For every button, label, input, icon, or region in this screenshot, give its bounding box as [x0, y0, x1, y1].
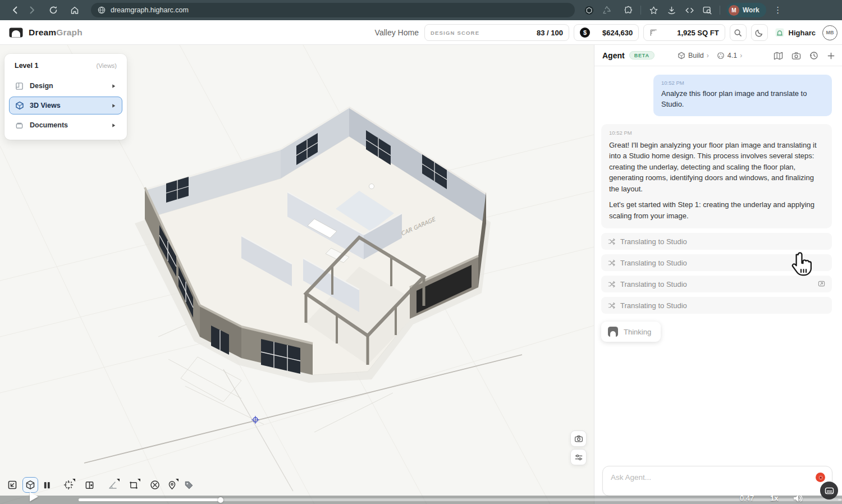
search-button[interactable]	[730, 24, 747, 41]
history-icon[interactable]	[809, 51, 818, 60]
tab-search-icon[interactable]	[699, 2, 716, 18]
video-progress-bar[interactable]	[79, 498, 842, 501]
build-mode-selector[interactable]: Build ›	[678, 52, 709, 59]
pin-button[interactable]	[164, 477, 180, 493]
chevron-right-icon[interactable]	[111, 103, 116, 108]
design-icon	[15, 81, 24, 90]
task-translating-3[interactable]: Translating to Studio	[601, 276, 832, 292]
profile-avatar: M	[729, 5, 739, 16]
volume-icon[interactable]	[793, 493, 804, 503]
bookmark-star-icon[interactable]	[645, 2, 662, 18]
3d-viewport[interactable]: CAR GARAGE Level 1 (Views) Design 3D Vie…	[0, 45, 594, 504]
documents-icon	[15, 121, 24, 130]
org-chip[interactable]: Higharc	[772, 28, 818, 38]
map-icon[interactable]	[774, 52, 783, 60]
org-name: Higharc	[789, 29, 816, 37]
tool-caret	[72, 479, 75, 482]
open-panel-icon[interactable]	[818, 280, 825, 287]
sidebar-item-3d-views[interactable]: 3D Views	[9, 97, 122, 114]
ruler-icon	[649, 29, 658, 37]
area-pill[interactable]: 1,925 SQ FT	[643, 24, 725, 41]
theme-toggle-button[interactable]	[751, 24, 768, 41]
new-chat-plus-icon[interactable]	[827, 52, 835, 60]
plan-view-button[interactable]	[4, 477, 20, 493]
playback-speed[interactable]: 1x	[770, 494, 778, 502]
disable-snap-button[interactable]	[147, 477, 163, 493]
thinking-indicator: Thinking	[601, 322, 661, 342]
extension-recycle-icon[interactable]	[598, 2, 615, 18]
logo-text-bold: Dream	[29, 28, 56, 37]
divider	[640, 6, 641, 15]
video-progress-handle[interactable]	[218, 497, 223, 503]
user-avatar[interactable]: MB	[822, 25, 838, 40]
agent-title: Agent	[602, 51, 625, 60]
user-message-bubble: 10:52 PM Analyze this floor plan image a…	[653, 75, 832, 116]
play-button[interactable]	[27, 490, 40, 503]
view-settings-button[interactable]	[570, 449, 587, 465]
task-translating-2[interactable]: Translating to Studio	[601, 254, 832, 271]
extension-shield-icon[interactable]	[580, 2, 597, 18]
sidebar-item-design[interactable]: Design	[9, 77, 122, 95]
player-settings-icon[interactable]: – –	[838, 497, 842, 504]
agent-panel: Agent BETA Build › 4.1 ›	[594, 45, 842, 504]
play-icon	[27, 490, 40, 503]
reload-icon[interactable]	[45, 2, 62, 18]
browser-menu-icon[interactable]: ⋮	[770, 2, 786, 18]
app-logo[interactable]: DreamGraph	[9, 20, 83, 45]
back-icon[interactable]	[7, 2, 24, 18]
build-mode-label: Build	[688, 52, 704, 59]
arch-logo-icon	[607, 326, 619, 337]
chevron-right-icon[interactable]	[111, 84, 116, 89]
home-icon[interactable]	[66, 2, 83, 18]
level-title: Level 1	[15, 62, 38, 70]
chat-scroll-area[interactable]: 10:52 PM Analyze this floor plan image a…	[594, 67, 842, 460]
tag-icon	[184, 480, 194, 490]
camera-icon[interactable]	[791, 52, 801, 60]
dev-code-icon[interactable]	[681, 2, 698, 18]
section-button[interactable]	[39, 477, 54, 493]
address-bar[interactable]: dreamgraph.higharc.com	[91, 3, 575, 17]
browser-toolbar: dreamgraph.higharc.com M Work ⋮	[0, 0, 842, 20]
tool-caret	[138, 479, 140, 482]
chevron-right-icon[interactable]	[111, 123, 116, 128]
message-timestamp: 10:52 PM	[609, 130, 824, 136]
org-icon	[775, 28, 785, 38]
model-version-selector[interactable]: 4.1 ›	[717, 52, 742, 59]
video-progress-fill	[79, 498, 221, 501]
chevron-icon: ›	[707, 52, 709, 59]
task-translating-4[interactable]: Translating to Studio	[601, 297, 832, 314]
site-info-icon[interactable]	[98, 6, 106, 14]
design-score-value: 83 / 100	[537, 29, 563, 37]
agent-message-paragraph: Great! I'll begin analyzing your floor p…	[609, 140, 824, 195]
area-measure-button[interactable]	[126, 477, 141, 493]
views-context-label: (Views)	[97, 62, 117, 69]
sidebar-item-documents[interactable]: Documents	[9, 116, 122, 134]
agent-message-bubble: 10:52 PM Great! I'll begin analyzing you…	[601, 124, 832, 229]
forward-icon[interactable]	[24, 2, 40, 18]
agent-header: Agent BETA Build › 4.1 ›	[594, 45, 842, 66]
agent-input-box[interactable]	[602, 466, 832, 496]
agent-message-paragraph: Let's get started with Step 1: creating …	[609, 199, 824, 221]
video-time: 0:47	[740, 494, 754, 502]
captions-icon	[825, 487, 834, 495]
screenshot-button[interactable]	[570, 430, 587, 447]
transform-button[interactable]	[61, 477, 76, 493]
live-captions-button[interactable]	[820, 482, 838, 500]
area-rect-icon	[129, 480, 139, 490]
browser-profile-chip[interactable]: M Work	[726, 3, 766, 17]
stop-recording-button[interactable]	[816, 473, 825, 482]
viewport-toolbar	[0, 477, 594, 495]
agent-input[interactable]	[611, 471, 796, 483]
tag-button[interactable]	[181, 477, 196, 493]
downloads-icon[interactable]	[663, 2, 680, 18]
design-score-pill[interactable]: DESIGN SCORE 83 / 100	[424, 24, 569, 41]
price-value: $624,630	[602, 29, 633, 37]
translate-shuffle-icon	[608, 259, 615, 267]
extensions-puzzle-icon[interactable]	[620, 2, 637, 18]
angle-measure-button[interactable]	[105, 477, 121, 493]
task-translating-1[interactable]: Translating to Studio	[601, 233, 832, 250]
build-cube-icon	[678, 52, 685, 59]
price-pill[interactable]: $ $624,630	[574, 24, 639, 41]
project-name[interactable]: Valley Home	[375, 28, 419, 37]
layout-button[interactable]	[81, 477, 97, 493]
